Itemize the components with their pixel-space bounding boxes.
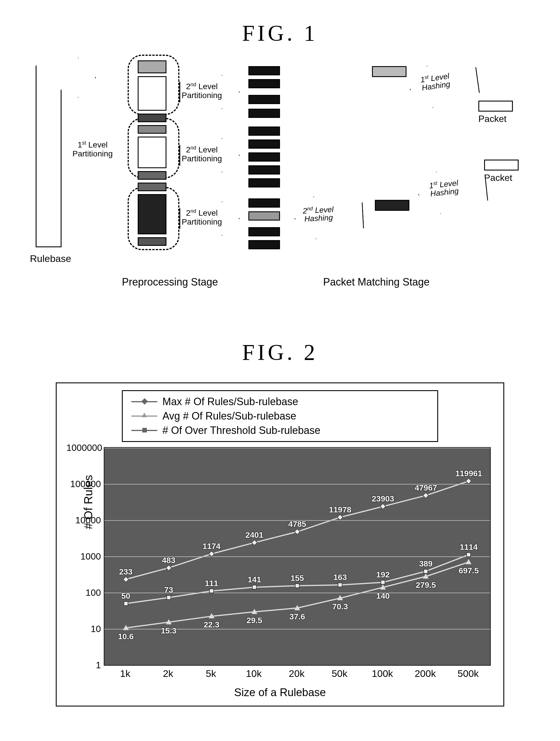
data-point (466, 552, 471, 557)
x-ticks: 1k2k5k10k20k50k100k200k500k (104, 668, 491, 682)
data-label: 11978 (329, 505, 351, 515)
data-label: 73 (164, 586, 173, 595)
data-point (124, 601, 128, 606)
data-point (466, 559, 472, 564)
data-point (252, 609, 257, 614)
data-label: 15.3 (161, 626, 177, 635)
subrulebase-segment (138, 237, 166, 246)
data-point (295, 584, 299, 588)
fig2-chart-frame: Max # Of Rules/Sub-rulebase Avg # Of Rul… (56, 383, 504, 706)
chart-legend: Max # Of Rules/Sub-rulebase Avg # Of Rul… (122, 390, 438, 442)
fig1-title: FIG. 1 (34, 20, 526, 46)
partition-block (249, 240, 280, 249)
packet-block (478, 100, 513, 112)
data-label: 389 (419, 559, 433, 568)
data-label: 47967 (415, 483, 437, 492)
data-label: 233 (119, 567, 133, 577)
subrulebase-segment (138, 125, 166, 134)
gridline (104, 593, 490, 593)
partition-block (249, 66, 280, 75)
data-point (423, 569, 428, 574)
packet-matching-stage-label: Packet Matching Stage (323, 276, 429, 288)
data-point (209, 589, 214, 593)
data-label: 10.6 (118, 632, 134, 641)
legend-entry-max: Max # Of Rules/Sub-rulebase (131, 396, 429, 408)
arrow-2nd-partitioning-text: 2nd LevelPartitioning (182, 208, 222, 226)
legend-label: Max # Of Rules/Sub-rulebase (162, 396, 298, 408)
subrulebase-segment (138, 183, 166, 191)
partition-block (249, 198, 280, 208)
partition-block (249, 165, 280, 175)
subrulebase-segment (138, 60, 166, 73)
partitioned-column (136, 60, 168, 267)
partition-block (249, 211, 280, 220)
partition-block (249, 178, 280, 188)
data-point (166, 619, 171, 624)
data-label: 163 (334, 573, 347, 582)
x-tick-label: 100k (372, 668, 393, 679)
data-point (209, 613, 214, 618)
data-label: 192 (376, 570, 390, 580)
data-label: 2401 (246, 531, 263, 540)
rulebase-label: Rulebase (30, 253, 71, 264)
legend-entry-over: # Of Over Threshold Sub-rulebase (131, 424, 429, 436)
legend-label: Avg # Of Rules/Sub-rulebase (162, 410, 296, 422)
plot-wrap: # Of Rules 1101001000100001000001000000 … (104, 447, 491, 666)
data-label: 155 (291, 574, 304, 583)
y-tick-label: 100 (66, 588, 101, 598)
data-label: 1174 (203, 542, 220, 551)
data-label: 141 (248, 575, 261, 584)
data-point (338, 583, 342, 587)
x-tick-label: 200k (415, 668, 436, 679)
y-tick-label: 100000 (66, 479, 101, 489)
data-label: 279.5 (416, 581, 436, 590)
x-tick-label: 2k (163, 668, 173, 679)
data-point (423, 574, 429, 579)
partition-block (249, 152, 280, 161)
data-point (252, 585, 257, 590)
hash-result-block (375, 200, 409, 211)
x-axis-label: Size of a Rulebase (64, 686, 496, 699)
data-label: 29.5 (247, 616, 263, 625)
x-tick-label: 50k (332, 668, 348, 679)
x-tick-label: 500k (458, 668, 479, 679)
data-label: 22.3 (204, 620, 220, 629)
data-point (337, 595, 343, 600)
arrow-1st-hashing-text: 1st LevelHashing (429, 178, 460, 198)
partition-block (249, 139, 280, 149)
subrulebase-segment (138, 137, 166, 168)
packet-label: Packet (478, 114, 506, 124)
y-tick-label: 10000 (66, 515, 101, 526)
partition-block (249, 109, 280, 118)
packet-label: Packet (484, 173, 512, 183)
legend-entry-avg: Avg # Of Rules/Sub-rulebase (131, 410, 429, 422)
y-tick-label: 10 (66, 624, 101, 634)
packet-block (484, 159, 518, 171)
gridline (104, 448, 490, 448)
fig1-diagram: Rulebase 1st LevelPartitioning 2nd Level… (36, 58, 524, 316)
arrow-2nd-partitioning-text: 2nd LevelPartitioning (182, 145, 222, 163)
arrow-1st-partitioning-text: 1st LevelPartitioning (72, 140, 113, 158)
data-label: 119961 (456, 469, 482, 478)
data-point (166, 595, 171, 600)
data-point (380, 584, 386, 590)
data-label: 140 (376, 592, 390, 601)
legend-marker-triangle-icon (131, 415, 157, 417)
partition-block (249, 95, 280, 104)
subrulebase-segment (138, 194, 166, 234)
data-point (294, 605, 300, 610)
hash-result-block (372, 66, 407, 77)
data-label: 1114 (460, 543, 478, 552)
data-label: 70.3 (332, 602, 348, 611)
data-label: 697.5 (459, 566, 479, 576)
preprocessing-stage-label: Preprocessing Stage (122, 276, 218, 288)
subrulebase-segment (138, 114, 166, 122)
y-tick-label: 1 (66, 660, 101, 671)
legend-label: # Of Over Threshold Sub-rulebase (162, 424, 321, 436)
data-label: 37.6 (289, 612, 305, 621)
data-label: 483 (162, 556, 176, 565)
legend-marker-diamond-icon (131, 401, 157, 402)
legend-marker-square-icon (131, 430, 157, 431)
rulebase-block (36, 69, 62, 247)
x-tick-label: 5k (206, 668, 216, 679)
